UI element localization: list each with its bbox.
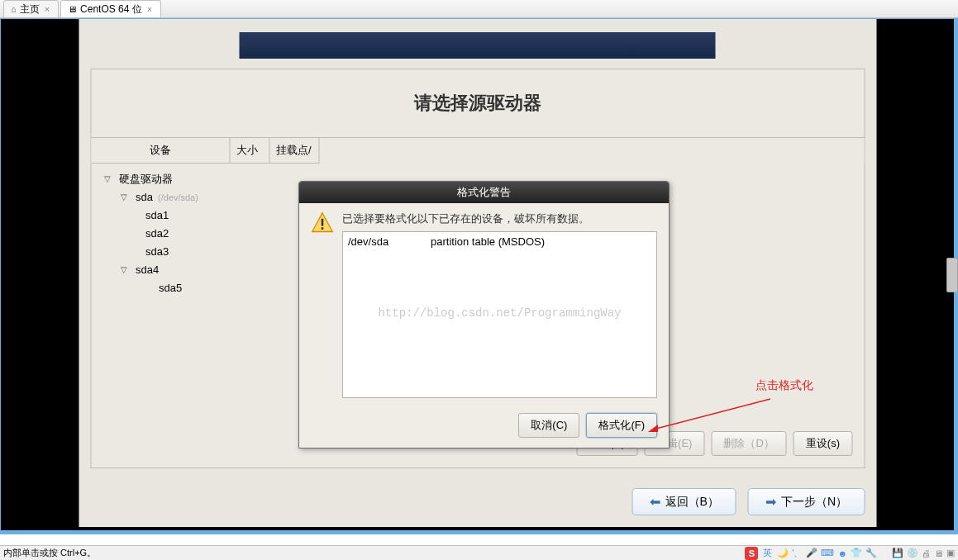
partition-header: 设备 大小 挂载点/ — [91, 138, 864, 164]
installer-banner — [240, 32, 716, 59]
arrow-right-icon: ➡ — [765, 494, 776, 510]
nav-buttons: ⬅ 返回（B） ➡ 下一步（N） — [79, 480, 876, 527]
tab-vm-label: CentOS 64 位 — [80, 2, 142, 17]
list-item[interactable]: /dev/sda partition table (MSDOS) — [345, 234, 655, 249]
comma-icon[interactable]: '、 — [792, 547, 803, 559]
chip-icon[interactable]: ▣ — [946, 548, 955, 558]
window-tabs-bar: ⌂ 主页 × 🖥 CentOS 64 位 × — [0, 0, 958, 18]
tree-label: sda4 — [136, 261, 159, 279]
reset-button[interactable]: 重设(s) — [794, 431, 852, 456]
column-size[interactable]: 大小 — [230, 138, 269, 164]
dialog-message: 已选择要格式化以下已存在的设备，破坏所有数据。 — [342, 211, 657, 226]
close-icon[interactable]: × — [145, 4, 154, 14]
svg-rect-1 — [322, 227, 324, 230]
moon-icon[interactable]: 🌙 — [777, 548, 789, 558]
next-button[interactable]: ➡ 下一步（N） — [748, 488, 865, 515]
next-label: 下一步（N） — [781, 495, 847, 510]
page-title: 请选择源驱动器 — [91, 69, 864, 137]
installer-title-panel: 请选择源驱动器 — [90, 69, 865, 138]
tree-label: sda1 — [145, 206, 169, 225]
status-hint: 内部单击或按 Ctrl+G。 — [3, 547, 745, 559]
tree-label: sda3 — [145, 243, 169, 261]
format-warning-dialog: 格式化警告 已选择要格式化以下已存在的设备，破坏所有数据。 /dev/sda p… — [298, 181, 670, 448]
back-button[interactable]: ⬅ 返回（B） — [632, 488, 736, 515]
chevron-down-icon[interactable]: ▽ — [121, 261, 131, 279]
ime-lang[interactable]: 英 — [763, 547, 772, 559]
vm-icon: 🖥 — [68, 4, 77, 14]
status-bar: 内部单击或按 Ctrl+G。 S 英 🌙 '、 🎤 ⌨ ☻ 👕 🔧 💾 💿 🖨 … — [0, 545, 958, 560]
delete-button: 删除（D） — [711, 431, 786, 456]
watermark: http://blog.csdn.net/ProgrammingWay — [343, 306, 656, 320]
dialog-title: 格式化警告 — [299, 182, 669, 203]
dialog-content: 已选择要格式化以下已存在的设备，破坏所有数据。 /dev/sda partiti… — [342, 211, 657, 398]
svg-rect-0 — [322, 219, 324, 226]
tab-home[interactable]: ⌂ 主页 × — [3, 0, 59, 17]
chevron-down-icon[interactable]: ▽ — [121, 188, 131, 206]
tree-label: sda — [136, 188, 153, 206]
warning-icon — [311, 211, 334, 235]
back-label: 返回（B） — [665, 495, 719, 510]
keyboard-icon[interactable]: ⌨ — [821, 548, 834, 558]
scrollbar-thumb[interactable] — [946, 258, 958, 292]
status-icons: S 英 🌙 '、 🎤 ⌨ ☻ 👕 🔧 💾 💿 🖨 🖥 ▣ — [745, 547, 955, 560]
screen-icon[interactable]: 🖥 — [934, 548, 943, 558]
column-device[interactable]: 设备 — [91, 138, 230, 164]
wrench-icon[interactable]: 🔧 — [865, 548, 877, 558]
annotation-text: 点击格式化 — [755, 378, 813, 393]
tree-label: sda2 — [145, 225, 169, 243]
emoji-icon[interactable]: ☻ — [837, 548, 847, 558]
dialog-body: 已选择要格式化以下已存在的设备，破坏所有数据。 /dev/sda partiti… — [299, 203, 669, 406]
column-mount[interactable]: 挂载点/ — [269, 138, 319, 164]
dialog-actions: 取消(C) 格式化(F) — [299, 406, 669, 448]
vm-console: 请选择源驱动器 设备 大小 挂载点/ ▽ 硬盘驱动器 ▽ sda (/dev/s… — [0, 18, 958, 534]
format-button[interactable]: 格式化(F) — [586, 413, 657, 438]
tab-vm[interactable]: 🖥 CentOS 64 位 × — [60, 0, 161, 17]
tree-label: 硬盘驱动器 — [119, 170, 173, 188]
home-icon: ⌂ — [11, 4, 17, 14]
tree-device-path: (/dev/sda) — [158, 188, 198, 206]
list-desc: partition table (MSDOS) — [431, 235, 545, 248]
disk-icon[interactable]: 💾 — [892, 548, 903, 558]
close-icon[interactable]: × — [43, 4, 51, 14]
list-device: /dev/sda — [348, 235, 431, 248]
mic-icon[interactable]: 🎤 — [806, 548, 817, 558]
print-icon[interactable]: 🖨 — [922, 548, 931, 558]
device-list[interactable]: /dev/sda partition table (MSDOS) http://… — [342, 231, 657, 398]
cd-icon[interactable]: 💿 — [907, 548, 918, 558]
tab-home-label: 主页 — [20, 2, 40, 17]
tree-label: sda5 — [159, 279, 182, 297]
chevron-down-icon[interactable]: ▽ — [104, 170, 114, 188]
arrow-left-icon: ⬅ — [650, 494, 660, 510]
cancel-button[interactable]: 取消(C) — [518, 413, 579, 438]
ime-icon[interactable]: S — [745, 547, 758, 560]
shirt-icon[interactable]: 👕 — [851, 548, 862, 558]
